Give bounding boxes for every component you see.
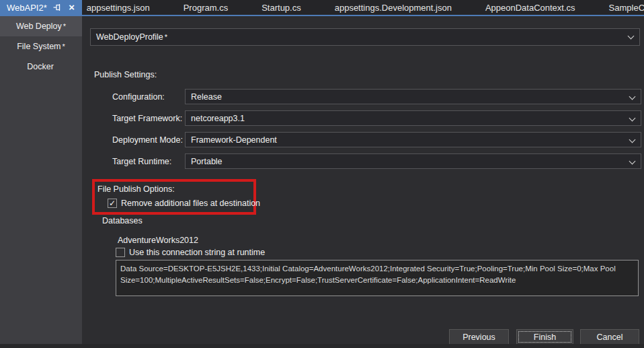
target-framework-label: Target Framework: — [112, 114, 182, 123]
tab-appsettings-development-json[interactable]: appsettings.Development.json — [318, 0, 469, 15]
deployment-mode-label: Deployment Mode: — [112, 135, 183, 145]
document-tab-bar: WebAPI2* × appsettings.json Program.cs S… — [0, 0, 644, 15]
target-runtime-select-value: Portable — [191, 157, 223, 166]
tab-webapi2-active[interactable]: WebAPI2* × — [0, 0, 82, 15]
chevron-down-icon — [629, 115, 636, 122]
chevron-down-icon — [629, 137, 636, 143]
tab-program-cs[interactable]: Program.cs — [167, 0, 245, 15]
target-runtime-select[interactable]: Portable — [185, 153, 641, 169]
file-publish-options-heading: File Publish Options: — [97, 184, 175, 194]
tab-appeondatacontext-cs[interactable]: AppeonDataContext.cs — [469, 0, 592, 15]
tab-label: WebAPI2* — [7, 3, 47, 13]
target-framework-select-value: netcoreapp3.1 — [191, 114, 245, 123]
databases-heading: Databases — [102, 216, 143, 225]
configuration-select-value: Release — [191, 92, 222, 102]
deployment-mode-select-value: Framework-Dependent — [191, 135, 277, 145]
profile-select-value: WebDeployProfile — [96, 32, 163, 42]
target-framework-select[interactable]: netcoreapp3.1 — [185, 110, 641, 126]
close-icon[interactable]: × — [67, 3, 77, 12]
remove-additional-files-checkbox[interactable] — [108, 199, 117, 208]
sidebar-item-file-system[interactable]: File System* — [0, 36, 82, 57]
pushpin-icon[interactable] — [52, 3, 62, 12]
cancel-button[interactable]: Cancel — [580, 329, 639, 345]
remove-additional-files-row: Remove additional files at destination — [108, 199, 260, 208]
use-connection-string-checkbox[interactable] — [116, 248, 125, 257]
publish-settings-heading: Publish Settings: — [94, 70, 157, 79]
tab-appsettings-json[interactable]: appsettings.json — [82, 0, 167, 15]
publish-profile-window: WebAPI2* × appsettings.json Program.cs S… — [0, 0, 644, 348]
finish-button[interactable]: Finish — [516, 329, 573, 345]
chevron-down-icon — [629, 94, 636, 100]
chevron-down-icon — [628, 33, 635, 40]
tab-startup-cs[interactable]: Startup.cs — [245, 0, 318, 15]
sidebar-item-docker[interactable]: Docker — [0, 57, 82, 77]
remove-additional-files-label: Remove additional files at destination — [121, 199, 260, 208]
profile-settings-panel: WebDeployProfile* Publish Settings: Conf… — [82, 16, 644, 344]
previous-button[interactable]: Previous — [449, 329, 509, 345]
profile-select[interactable]: WebDeployProfile* — [90, 28, 640, 46]
database-name-label: AdventureWorks2012 — [118, 236, 198, 245]
sidebar-item-web-deploy[interactable]: Web Deploy* — [0, 16, 82, 36]
configuration-select[interactable]: Release — [185, 89, 641, 104]
deployment-mode-select[interactable]: Framework-Dependent — [185, 132, 641, 147]
target-runtime-label: Target Runtime: — [112, 157, 171, 166]
use-connection-string-label: Use this connection string at runtime — [129, 248, 265, 257]
tab-samplecontroller-cs[interactable]: SampleControl — [592, 0, 644, 15]
chevron-down-icon — [629, 158, 636, 165]
connection-string-input[interactable]: Data Source=DESKTOP-E5JSH2E,1433;Initial… — [116, 260, 639, 296]
publish-target-sidebar: Web Deploy* File System* Docker — [0, 16, 82, 344]
window-bottom-edge — [0, 344, 644, 348]
use-connection-string-row: Use this connection string at runtime — [116, 248, 265, 257]
configuration-label: Configuration: — [112, 92, 165, 102]
